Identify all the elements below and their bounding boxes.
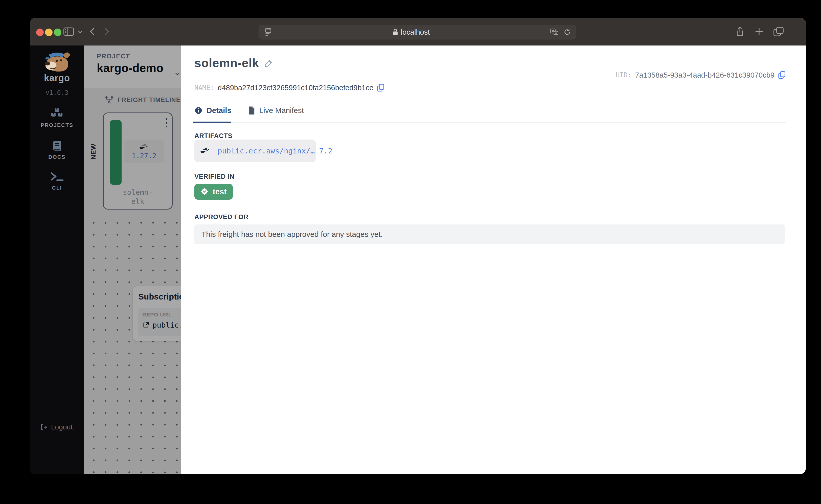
approved-for-empty-message: This freight has not been approved for a…: [201, 230, 383, 239]
project-column: PROJECT kargo-demo FREIGHT TIMELINE NEW: [84, 45, 181, 474]
kargo-logo[interactable]: kargo: [41, 50, 73, 83]
uid-value: 7a1358a5-93a3-4aad-b426-631c39070cb9: [635, 71, 774, 79]
drawer-backdrop[interactable]: [84, 45, 181, 474]
book-icon: [51, 140, 63, 151]
sidebar-item-cli[interactable]: CLI: [50, 172, 64, 191]
zoom-window-button[interactable]: [54, 29, 61, 36]
verified-stage-name: test: [213, 187, 226, 196]
tabs-divider: [193, 122, 786, 123]
forward-icon[interactable]: [102, 27, 111, 36]
logout-button[interactable]: Logout: [40, 423, 73, 431]
share-icon[interactable]: [735, 26, 745, 37]
reader-page-icon[interactable]: [264, 28, 272, 36]
terminal-icon: [50, 172, 64, 182]
url-text: localhost: [401, 28, 430, 36]
logout-icon: [40, 423, 48, 431]
artifacts-heading: ARTIFACTS: [194, 132, 232, 140]
kargo-dog-icon: [41, 50, 73, 74]
app-sidebar: kargo v1.0.3 PROJECTS DOCS: [30, 45, 84, 474]
artifact-chip[interactable]: public.ecr.aws/nginx/… 7.2: [194, 140, 316, 162]
new-tab-plus-icon[interactable]: [754, 27, 764, 36]
minimize-window-button[interactable]: [45, 29, 53, 36]
sidebar-toggle-icon[interactable]: [63, 27, 74, 36]
tab-live-manifest[interactable]: Live Manifest: [248, 106, 304, 115]
verified-stage-badge[interactable]: test: [194, 184, 233, 200]
browser-window: localhost: [30, 18, 806, 474]
uid-label: UID:: [616, 71, 632, 79]
name-row: NAME: d489ba27d123cf3265991c10fa2156befe…: [194, 83, 384, 92]
kargo-wordmark: kargo: [41, 73, 73, 83]
tab-details[interactable]: Details: [194, 106, 231, 115]
uid-row: UID: 7a1358a5-93a3-4aad-b426-631c39070cb…: [616, 71, 786, 79]
info-circle-icon: [194, 106, 202, 114]
reload-icon[interactable]: [563, 28, 571, 36]
approved-for-empty-box: This freight has not been approved for a…: [194, 224, 785, 244]
freight-title: solemn-elk: [194, 56, 259, 70]
verified-seal-icon: [200, 188, 209, 196]
approved-for-heading: APPROVED FOR: [194, 213, 248, 221]
copy-uid-icon[interactable]: [778, 71, 786, 79]
app-version: v1.0.3: [45, 89, 68, 96]
boxes-icon: [50, 108, 63, 120]
detail-tabs: Details Live Manifest: [194, 106, 304, 115]
tab-overview-icon[interactable]: [773, 27, 784, 37]
sidebar-item-docs[interactable]: DOCS: [48, 140, 66, 160]
address-bar[interactable]: localhost: [259, 25, 576, 39]
name-label: NAME:: [194, 84, 214, 91]
artifact-image-text: public.ecr.aws/nginx/… 7.2: [218, 147, 332, 155]
file-icon: [248, 106, 255, 115]
verified-in-heading: VERIFIED IN: [194, 173, 235, 180]
browser-chrome: localhost: [30, 18, 806, 45]
sidebar-item-projects[interactable]: PROJECTS: [41, 108, 73, 128]
freight-detail-panel: solemn-elk UID: 7a1358a5-93a3-4aad-b426-…: [181, 45, 806, 474]
edit-alias-icon[interactable]: [264, 59, 273, 68]
copy-name-icon[interactable]: [377, 83, 384, 92]
docker-icon: [200, 147, 211, 155]
name-value: d489ba27d123cf3265991c10fa2156befed9b1ce: [218, 84, 373, 92]
active-tab-underline: [193, 122, 231, 123]
lock-icon: [392, 29, 398, 36]
close-window-button[interactable]: [36, 29, 44, 36]
translate-icon[interactable]: [550, 28, 559, 36]
chevron-down-icon[interactable]: [77, 28, 83, 35]
back-icon[interactable]: [88, 27, 97, 36]
